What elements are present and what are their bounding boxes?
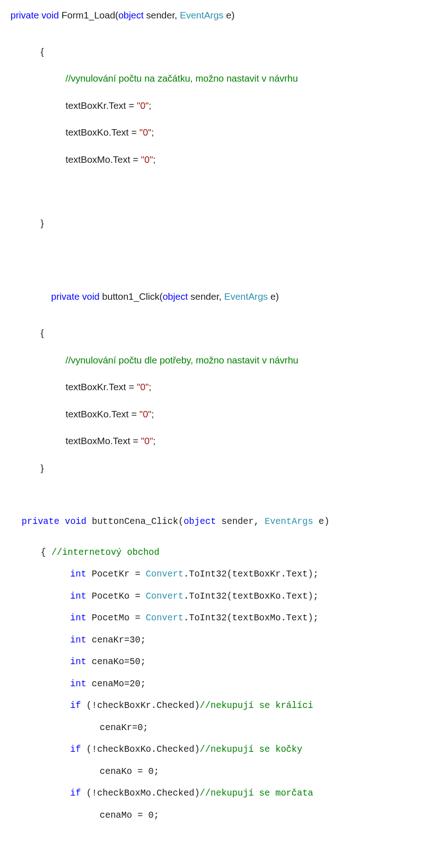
if-checkboxkr: if (!checkBoxKr.Checked)//nekupují se kr… bbox=[0, 702, 443, 711]
stmt-textboxkr: textBoxKr.Text = "0"; bbox=[0, 382, 443, 392]
stmt-cenamo-decl: int cenaMo=20; bbox=[0, 680, 443, 689]
stmt-textboxkr: textBoxKr.Text = "0"; bbox=[0, 101, 443, 111]
stmt-textboxmo: textBoxMo.Text = "0"; bbox=[0, 155, 443, 165]
param-end: e) bbox=[223, 10, 234, 20]
type-eventargs: EventArgs bbox=[224, 291, 268, 302]
stmt-textboxko: textBoxKo.Text = "0"; bbox=[0, 128, 443, 137]
param-end: e) bbox=[268, 291, 279, 302]
stmt-cenakr-decl: int cenaKr=30; bbox=[0, 636, 443, 645]
keyword-object: object bbox=[184, 517, 216, 527]
keyword-object: object bbox=[118, 10, 144, 20]
stmt-pocetmo: int PocetMo = Convert.ToInt32(textBoxMo.… bbox=[0, 614, 443, 623]
stmt-cenako-decl: int cenaKo=50; bbox=[0, 658, 443, 667]
param-end: e) bbox=[313, 517, 329, 527]
if-checkboxmo: if (!checkBoxMo.Checked)//nekupují se mo… bbox=[0, 789, 443, 798]
comment-line: //vynulování počtu na začátku, možno nas… bbox=[0, 74, 443, 83]
if-checkboxko: if (!checkBoxKo.Checked)//nekupují se ko… bbox=[0, 745, 443, 755]
type-eventargs: EventArgs bbox=[264, 517, 313, 527]
keyword-void: void bbox=[65, 517, 86, 527]
keyword-private: private bbox=[11, 10, 39, 20]
keyword-object: object bbox=[162, 291, 188, 302]
method-button1-click-signature: private void button1_Click(object sender… bbox=[0, 283, 443, 311]
method-form1-load-signature: private void Form1_Load(object sender, E… bbox=[0, 1, 443, 30]
keyword-private: private bbox=[22, 517, 60, 527]
keyword-private: private bbox=[51, 291, 80, 302]
brace-open-with-comment: { //internetový obchod bbox=[0, 548, 443, 558]
param-sep: sender, bbox=[216, 517, 264, 527]
brace-close: } bbox=[0, 464, 443, 473]
method-name: Form1_Load( bbox=[59, 10, 119, 20]
code-block-2: private void buttonCena_Click(object sen… bbox=[0, 473, 443, 820]
brace-open: { bbox=[0, 328, 443, 338]
if-checkboxkr-body: cenaKr=0; bbox=[0, 724, 443, 733]
stmt-textboxmo: textBoxMo.Text = "0"; bbox=[0, 436, 443, 446]
stmt-pocetkr: int PocetKr = Convert.ToInt32(textBoxKr.… bbox=[0, 570, 443, 579]
method-name: button1_Click( bbox=[100, 291, 163, 302]
comment-line: //vynulování počtu dle potřeby, možno na… bbox=[0, 356, 443, 365]
brace-open: { bbox=[0, 47, 443, 57]
code-block-1: private void Form1_Load(object sender, E… bbox=[0, 0, 443, 473]
method-buttoncena-click-signature: private void buttonCena_Click(object sen… bbox=[0, 508, 443, 535]
brace-close: } bbox=[0, 219, 443, 228]
keyword-void: void bbox=[42, 10, 59, 20]
method-name: buttonCena_Click( bbox=[86, 517, 184, 527]
keyword-void: void bbox=[82, 291, 100, 302]
stmt-pocetko: int PocetKo = Convert.ToInt32(textBoxKo.… bbox=[0, 592, 443, 601]
if-checkboxko-body: cenaKo = 0; bbox=[0, 767, 443, 777]
stmt-textboxko: textBoxKo.Text = "0"; bbox=[0, 410, 443, 419]
param-sep: sender, bbox=[144, 10, 180, 20]
if-checkboxmo-body: cenaMo = 0; bbox=[0, 811, 443, 820]
type-eventargs: EventArgs bbox=[180, 10, 224, 20]
param-sep: sender, bbox=[188, 291, 224, 302]
